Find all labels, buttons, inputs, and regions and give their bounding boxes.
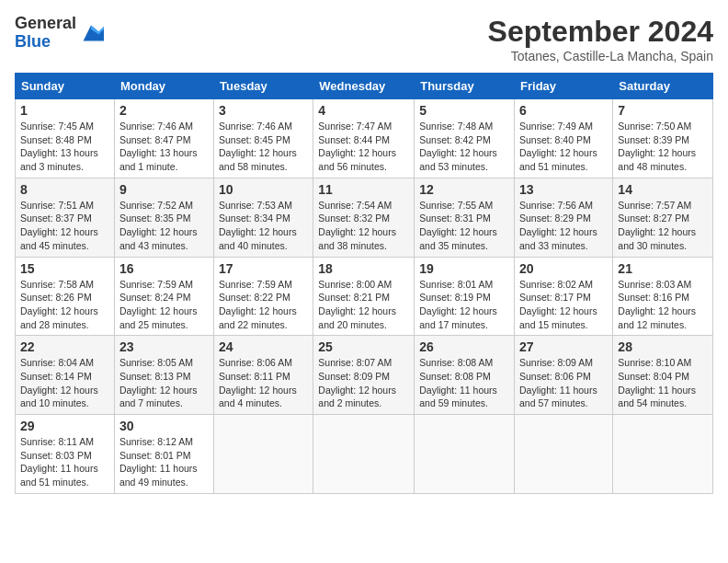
day-number: 6 [519, 103, 608, 118]
day-info: Sunrise: 7:46 AMSunset: 8:45 PMDaylight:… [219, 120, 308, 174]
calendar-cell: 5 Sunrise: 7:48 AMSunset: 8:42 PMDayligh… [415, 99, 515, 178]
day-number: 7 [618, 103, 708, 118]
day-info: Sunrise: 7:53 AMSunset: 8:34 PMDaylight:… [219, 199, 308, 253]
calendar-week-row: 1 Sunrise: 7:45 AMSunset: 8:48 PMDayligh… [16, 99, 713, 178]
col-tuesday: Tuesday [214, 74, 313, 99]
calendar-cell: 28 Sunrise: 8:10 AMSunset: 8:04 PMDaylig… [613, 336, 713, 415]
day-number: 27 [519, 339, 608, 354]
logo: General Blue [15, 15, 104, 52]
day-info: Sunrise: 8:09 AMSunset: 8:06 PMDaylight:… [519, 356, 608, 410]
calendar-header-row: Sunday Monday Tuesday Wednesday Thursday… [16, 74, 713, 99]
calendar-cell: 1 Sunrise: 7:45 AMSunset: 8:48 PMDayligh… [16, 99, 115, 178]
day-number: 11 [318, 182, 409, 197]
calendar-cell: 7 Sunrise: 7:50 AMSunset: 8:39 PMDayligh… [613, 99, 713, 178]
day-info: Sunrise: 8:03 AMSunset: 8:16 PMDaylight:… [618, 278, 708, 332]
calendar-cell: 18 Sunrise: 8:00 AMSunset: 8:21 PMDaylig… [313, 257, 415, 336]
col-sunday: Sunday [16, 74, 115, 99]
day-info: Sunrise: 7:58 AMSunset: 8:26 PMDaylight:… [20, 278, 109, 332]
day-info: Sunrise: 7:51 AMSunset: 8:37 PMDaylight:… [20, 199, 109, 253]
calendar-cell: 11 Sunrise: 7:54 AMSunset: 8:32 PMDaylig… [313, 178, 415, 257]
calendar-week-row: 15 Sunrise: 7:58 AMSunset: 8:26 PMDaylig… [16, 257, 713, 336]
day-number: 2 [119, 103, 209, 118]
day-number: 5 [419, 103, 509, 118]
title-block: September 2024 Totanes, Castille-La Manc… [488, 15, 713, 63]
calendar-cell: 10 Sunrise: 7:53 AMSunset: 8:34 PMDaylig… [214, 178, 313, 257]
day-info: Sunrise: 7:45 AMSunset: 8:48 PMDaylight:… [20, 120, 109, 174]
day-info: Sunrise: 8:08 AMSunset: 8:08 PMDaylight:… [419, 356, 509, 410]
day-info: Sunrise: 7:52 AMSunset: 8:35 PMDaylight:… [119, 199, 209, 253]
day-info: Sunrise: 8:10 AMSunset: 8:04 PMDaylight:… [618, 356, 708, 410]
day-info: Sunrise: 8:01 AMSunset: 8:19 PMDaylight:… [419, 278, 509, 332]
day-number: 15 [20, 261, 109, 276]
calendar-cell: 3 Sunrise: 7:46 AMSunset: 8:45 PMDayligh… [214, 99, 313, 178]
day-number: 13 [519, 182, 608, 197]
calendar-week-row: 29 Sunrise: 8:11 AMSunset: 8:03 PMDaylig… [16, 415, 713, 494]
day-info: Sunrise: 8:05 AMSunset: 8:13 PMDaylight:… [119, 356, 209, 410]
col-monday: Monday [114, 74, 213, 99]
col-saturday: Saturday [613, 74, 713, 99]
day-info: Sunrise: 8:11 AMSunset: 8:03 PMDaylight:… [20, 435, 109, 489]
calendar-cell: 6 Sunrise: 7:49 AMSunset: 8:40 PMDayligh… [515, 99, 613, 178]
day-number: 24 [219, 339, 308, 354]
logo-blue: Blue [15, 32, 51, 51]
day-number: 25 [318, 339, 409, 354]
calendar-cell [515, 415, 613, 494]
day-number: 26 [419, 339, 509, 354]
col-friday: Friday [515, 74, 613, 99]
day-number: 22 [20, 339, 109, 354]
calendar-cell: 20 Sunrise: 8:02 AMSunset: 8:17 PMDaylig… [515, 257, 613, 336]
calendar-cell: 23 Sunrise: 8:05 AMSunset: 8:13 PMDaylig… [114, 336, 213, 415]
calendar-cell: 19 Sunrise: 8:01 AMSunset: 8:19 PMDaylig… [415, 257, 515, 336]
day-number: 8 [20, 182, 109, 197]
calendar-cell: 29 Sunrise: 8:11 AMSunset: 8:03 PMDaylig… [16, 415, 115, 494]
day-info: Sunrise: 7:54 AMSunset: 8:32 PMDaylight:… [318, 199, 409, 253]
day-info: Sunrise: 8:02 AMSunset: 8:17 PMDaylight:… [519, 278, 608, 332]
calendar-cell [613, 415, 713, 494]
day-number: 21 [618, 261, 708, 276]
calendar-cell: 13 Sunrise: 7:56 AMSunset: 8:29 PMDaylig… [515, 178, 613, 257]
calendar-cell: 9 Sunrise: 7:52 AMSunset: 8:35 PMDayligh… [114, 178, 213, 257]
calendar-cell: 22 Sunrise: 8:04 AMSunset: 8:14 PMDaylig… [16, 336, 115, 415]
day-info: Sunrise: 7:55 AMSunset: 8:31 PMDaylight:… [419, 199, 509, 253]
calendar-cell: 21 Sunrise: 8:03 AMSunset: 8:16 PMDaylig… [613, 257, 713, 336]
calendar-week-row: 8 Sunrise: 7:51 AMSunset: 8:37 PMDayligh… [16, 178, 713, 257]
calendar-cell: 30 Sunrise: 8:12 AMSunset: 8:01 PMDaylig… [114, 415, 213, 494]
calendar-cell: 26 Sunrise: 8:08 AMSunset: 8:08 PMDaylig… [415, 336, 515, 415]
calendar-cell: 14 Sunrise: 7:57 AMSunset: 8:27 PMDaylig… [613, 178, 713, 257]
day-number: 10 [219, 182, 308, 197]
day-number: 20 [519, 261, 608, 276]
day-info: Sunrise: 7:57 AMSunset: 8:27 PMDaylight:… [618, 199, 708, 253]
page-header: General Blue September 2024 Totanes, Cas… [15, 15, 713, 63]
day-info: Sunrise: 7:46 AMSunset: 8:47 PMDaylight:… [119, 120, 209, 174]
day-info: Sunrise: 8:04 AMSunset: 8:14 PMDaylight:… [20, 356, 109, 410]
calendar-cell: 12 Sunrise: 7:55 AMSunset: 8:31 PMDaylig… [415, 178, 515, 257]
day-info: Sunrise: 7:59 AMSunset: 8:24 PMDaylight:… [119, 278, 209, 332]
day-info: Sunrise: 8:00 AMSunset: 8:21 PMDaylight:… [318, 278, 409, 332]
day-info: Sunrise: 7:59 AMSunset: 8:22 PMDaylight:… [219, 278, 308, 332]
logo-general: General [15, 14, 76, 32]
day-number: 19 [419, 261, 509, 276]
calendar-cell: 2 Sunrise: 7:46 AMSunset: 8:47 PMDayligh… [114, 99, 213, 178]
day-number: 17 [219, 261, 308, 276]
day-info: Sunrise: 7:47 AMSunset: 8:44 PMDaylight:… [318, 120, 409, 174]
calendar-cell: 16 Sunrise: 7:59 AMSunset: 8:24 PMDaylig… [114, 257, 213, 336]
day-number: 1 [20, 103, 109, 118]
day-info: Sunrise: 7:49 AMSunset: 8:40 PMDaylight:… [519, 120, 608, 174]
day-info: Sunrise: 7:56 AMSunset: 8:29 PMDaylight:… [519, 199, 608, 253]
day-number: 30 [119, 419, 209, 433]
day-number: 3 [219, 103, 308, 118]
calendar-cell: 25 Sunrise: 8:07 AMSunset: 8:09 PMDaylig… [313, 336, 415, 415]
day-number: 14 [618, 182, 708, 197]
calendar-cell [415, 415, 515, 494]
day-info: Sunrise: 8:07 AMSunset: 8:09 PMDaylight:… [318, 356, 409, 410]
logo-icon [78, 20, 104, 46]
calendar-week-row: 22 Sunrise: 8:04 AMSunset: 8:14 PMDaylig… [16, 336, 713, 415]
day-number: 9 [119, 182, 209, 197]
calendar-cell: 8 Sunrise: 7:51 AMSunset: 8:37 PMDayligh… [16, 178, 115, 257]
calendar-cell: 27 Sunrise: 8:09 AMSunset: 8:06 PMDaylig… [515, 336, 613, 415]
calendar-cell [313, 415, 415, 494]
calendar-cell: 15 Sunrise: 7:58 AMSunset: 8:26 PMDaylig… [16, 257, 115, 336]
subtitle: Totanes, Castille-La Mancha, Spain [488, 49, 713, 63]
col-thursday: Thursday [415, 74, 515, 99]
month-title: September 2024 [488, 15, 713, 49]
